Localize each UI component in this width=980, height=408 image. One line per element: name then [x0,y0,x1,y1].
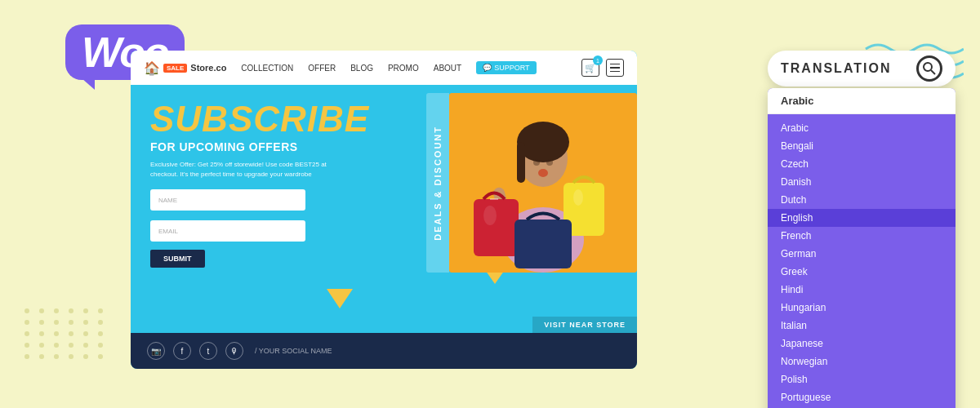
svg-point-7 [538,169,548,177]
arrow-down-decoration [327,289,353,308]
subscribe-title: SUBSCRIBE [150,101,356,137]
product-image: VISIT NEAR STORE [425,85,637,333]
lang-item[interactable]: Hungarian [768,299,956,317]
nav-icons: 🛒 1 [581,59,624,77]
nav-blog[interactable]: BLOG [350,64,373,73]
email-field[interactable]: EMAIL [150,220,305,242]
lang-item[interactable]: Arabic [768,119,956,137]
store-name: Store.co [190,63,226,73]
dots-decoration [24,308,106,359]
lang-item[interactable]: Portuguese [768,388,956,406]
search-icon[interactable] [916,55,942,82]
hamburger-menu[interactable] [606,59,624,77]
translation-panel: TRANSLATION Arabic ArabicBengaliCzechDan… [768,51,956,408]
lang-header: Arabic [768,88,956,114]
lang-item[interactable]: Danish [768,173,956,191]
social-name: / YOUR SOCIAL NAME [255,347,332,355]
lang-item[interactable]: Greek [768,263,956,281]
cart-badge: 1 [593,55,603,65]
svg-point-14 [483,206,497,225]
lang-item[interactable]: Polish [768,370,956,388]
svg-point-6 [546,159,553,166]
svg-rect-10 [474,199,519,256]
translation-search-bar[interactable]: TRANSLATION [768,51,956,86]
sale-badge: SALE [163,64,187,73]
product-image-inner [449,93,637,273]
svg-line-17 [931,70,935,74]
language-dropdown: Arabic ArabicBengaliCzechDanishDutchEngl… [768,88,956,408]
lang-item[interactable]: Dutch [768,191,956,209]
support-button[interactable]: 💬 SUPPORT [476,61,536,74]
store-card: 🏠 SALE Store.co COLLECTION OFFER BLOG PR… [131,51,637,369]
nav-bar: 🏠 SALE Store.co COLLECTION OFFER BLOG PR… [131,51,637,85]
nav-offer[interactable]: OFFER [308,64,336,73]
svg-point-15 [573,189,583,206]
nav-about[interactable]: ABOUT [434,64,461,73]
subscribe-description: Exclusive Offer: Get 25% off storewide! … [150,160,356,180]
svg-rect-4 [517,142,525,183]
nav-collection[interactable]: COLLECTION [241,64,293,73]
lang-list: ArabicBengaliCzechDanishDutchEnglishFren… [768,114,956,408]
subscribe-subtitle: FOR UPCOMING OFFERS [150,140,356,153]
svg-point-16 [924,63,932,71]
instagram-icon[interactable]: 📷 [147,342,165,360]
cart-icon[interactable]: 🛒 1 [581,59,599,77]
lang-item[interactable]: Hindi [768,281,956,299]
lang-item[interactable]: German [768,245,956,263]
lang-item[interactable]: Bengali [768,137,956,155]
lang-item[interactable]: English [768,209,956,227]
visit-near-store[interactable]: VISIT NEAR STORE [532,317,637,333]
lang-item[interactable]: French [768,227,956,245]
lang-item[interactable]: Japanese [768,335,956,353]
store-content: SUBSCRIBE FOR UPCOMING OFFERS Exclusive … [131,85,637,333]
nav-promo[interactable]: PROMO [388,64,419,73]
podcast-icon[interactable]: 🎙 [225,342,243,360]
svg-rect-12 [514,220,572,268]
translation-label: TRANSLATION [781,61,916,76]
lang-item[interactable]: Norwegian [768,353,956,370]
facebook-icon[interactable]: f [173,342,191,360]
nav-logo: 🏠 SALE Store.co [144,60,226,76]
lang-item[interactable]: Italian [768,317,956,335]
twitter-icon[interactable]: t [199,342,217,360]
lang-item[interactable]: Czech [768,155,956,173]
submit-button[interactable]: SUBMIT [150,250,205,268]
svg-point-5 [533,159,540,166]
name-field[interactable]: NAME [150,189,305,211]
store-footer: 📷 f t 🎙 / YOUR SOCIAL NAME [131,333,637,369]
